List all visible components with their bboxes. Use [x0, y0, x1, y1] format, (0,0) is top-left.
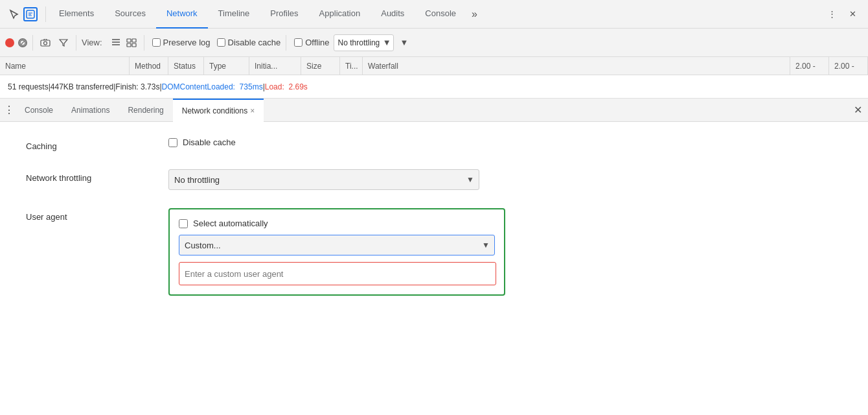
network-table-header: Name Method Status Type Initia... Size T…: [0, 57, 868, 75]
toolbar-divider-1: [32, 35, 33, 51]
bottom-tab-animations[interactable]: Animations: [62, 99, 119, 122]
close-bottom-panel-button[interactable]: ✕: [850, 102, 865, 118]
preserve-log-label[interactable]: Preserve log: [163, 38, 211, 47]
throttling-select-wrap: No throttlingGPRSRegular 2GGood 2GRegula…: [168, 169, 479, 190]
network-toolbar: View: Preserve log Disable cache Offline…: [0, 29, 868, 57]
filter-button[interactable]: [56, 36, 71, 50]
status-bar: 51 requests | 447KB transferred | Finish…: [0, 75, 868, 99]
transferred-size: 447KB transferred: [51, 82, 113, 91]
disable-cache-label[interactable]: Disable cache: [228, 38, 281, 47]
svg-point-4: [44, 42, 47, 45]
caching-row: Caching Disable cache: [26, 137, 842, 151]
toolbar-divider-3: [144, 35, 144, 51]
th-name[interactable]: Name: [0, 57, 130, 75]
user-agent-row: User agent Select automatically Custom..…: [26, 208, 842, 296]
devtools-icons: [3, 7, 43, 21]
bottom-tab-bar: ⋮ ConsoleAnimationsRenderingNetwork cond…: [0, 99, 868, 122]
stop-button[interactable]: [18, 38, 27, 47]
nc-disable-cache-label[interactable]: Disable cache: [183, 137, 236, 147]
dom-content-loaded-label: DOMContentLoaded:: [162, 82, 235, 91]
bottom-tab-network-conditions[interactable]: Network conditions×: [173, 99, 264, 122]
record-button[interactable]: [5, 38, 14, 47]
more-toolbar-button[interactable]: ▼: [400, 38, 409, 47]
finish-time: Finish: 3.73s: [115, 82, 159, 91]
bottom-tabs: ConsoleAnimationsRenderingNetwork condit…: [16, 99, 264, 122]
load-label: Load:: [265, 82, 284, 91]
bottom-panel: ⋮ ConsoleAnimationsRenderingNetwork cond…: [0, 99, 868, 329]
th-waterfall[interactable]: Waterfall: [363, 57, 790, 75]
th-initiator[interactable]: Initia...: [249, 57, 301, 75]
disable-cache-row: Disable cache: [168, 137, 236, 147]
ua-custom-input[interactable]: [179, 262, 496, 285]
svg-rect-9: [132, 39, 136, 42]
detail-view-button[interactable]: [124, 36, 139, 50]
toolbar-divider-2: [76, 35, 76, 51]
tab-profiles[interactable]: Profiles: [260, 0, 308, 29]
throttle-dropdown-wrap: No throttlingGPRSRegular 2GGood 2GRegula…: [334, 34, 394, 51]
offline-label[interactable]: Offline: [305, 38, 329, 47]
camera-button[interactable]: [38, 36, 52, 50]
nc-disable-cache-checkbox[interactable]: [168, 138, 177, 147]
bottom-tab-dots-button[interactable]: ⋮: [3, 99, 16, 122]
more-vert-icon: ⋮: [828, 9, 836, 19]
th-size[interactable]: Size: [301, 57, 340, 75]
tab-timeline[interactable]: Timeline: [208, 0, 260, 29]
close-devtools-button[interactable]: ✕: [845, 6, 860, 22]
tab-console[interactable]: Console: [415, 0, 466, 29]
user-agent-label: User agent: [26, 208, 168, 222]
svg-rect-10: [127, 43, 131, 47]
th-method[interactable]: Method: [130, 57, 168, 75]
tab-network[interactable]: Network: [156, 0, 208, 29]
throttle-select[interactable]: No throttlingGPRSRegular 2GGood 2GRegula…: [334, 34, 394, 51]
auto-select-row: Select automatically: [179, 219, 495, 228]
user-agent-control: Select automatically Custom...Chrome - A…: [168, 208, 505, 296]
close-tab-network-conditions-button[interactable]: ×: [250, 106, 255, 115]
toolbar-divider-4: [286, 35, 286, 51]
more-tabs-button[interactable]: »: [466, 8, 483, 20]
tab-elements[interactable]: Elements: [49, 0, 104, 29]
tab-bar-actions: ⋮ ✕: [819, 6, 865, 22]
ua-custom-select[interactable]: Custom...Chrome - Android MobileChrome -…: [179, 235, 495, 255]
cursor-icon: [8, 8, 21, 21]
bottom-tab-console[interactable]: Console: [16, 99, 62, 122]
throttling-row: Network throttling No throttlingGPRSRegu…: [26, 169, 842, 190]
ua-auto-label[interactable]: Select automatically: [193, 219, 268, 228]
list-view-button[interactable]: [109, 36, 123, 50]
requests-count: 51 requests: [8, 82, 49, 91]
ua-select-wrap: Custom...Chrome - Android MobileChrome -…: [179, 235, 495, 255]
dom-content-loaded: DOMContentLoaded: 735ms: [162, 82, 263, 91]
tab-bar-divider: [45, 6, 46, 22]
th-time[interactable]: Ti...: [340, 57, 363, 75]
dom-content-loaded-value: 735ms: [240, 82, 263, 91]
throttling-label: Network throttling: [26, 169, 168, 183]
load-time: Load: 2.69s: [265, 82, 308, 91]
th-status[interactable]: Status: [168, 57, 204, 75]
throttling-control: No throttlingGPRSRegular 2GGood 2GRegula…: [168, 169, 479, 190]
disable-cache-checkbox[interactable]: [217, 38, 225, 47]
th-extra2[interactable]: 2.00 -: [829, 57, 868, 75]
preserve-log-checkbox[interactable]: [152, 38, 161, 47]
close-devtools-icon: ✕: [849, 9, 856, 19]
user-agent-box: Select automatically Custom...Chrome - A…: [168, 208, 505, 296]
more-options-button[interactable]: ⋮: [824, 6, 839, 22]
svg-rect-8: [127, 39, 131, 42]
devtools-logo-icon: [23, 7, 38, 21]
top-tab-bar: ElementsSourcesNetworkTimelineProfilesAp…: [0, 0, 868, 29]
tab-audits[interactable]: Audits: [371, 0, 415, 29]
ua-auto-checkbox[interactable]: [179, 219, 188, 228]
svg-line-2: [21, 41, 25, 45]
offline-checkbox[interactable]: [294, 38, 303, 47]
bottom-tab-rendering[interactable]: Rendering: [119, 99, 172, 122]
svg-rect-3: [41, 40, 50, 46]
tab-sources[interactable]: Sources: [104, 0, 156, 29]
offline-group: Offline: [294, 38, 329, 47]
throttling-select[interactable]: No throttlingGPRSRegular 2GGood 2GRegula…: [168, 169, 479, 190]
th-extra1[interactable]: 2.00 -: [790, 57, 829, 75]
network-conditions-panel: Caching Disable cache Network throttling…: [0, 122, 868, 329]
th-type[interactable]: Type: [204, 57, 249, 75]
caching-label: Caching: [26, 137, 168, 151]
tab-application[interactable]: Application: [309, 0, 371, 29]
disable-cache-group: Disable cache: [217, 38, 281, 47]
preserve-log-group: Preserve log: [152, 38, 211, 47]
svg-rect-11: [132, 43, 136, 47]
